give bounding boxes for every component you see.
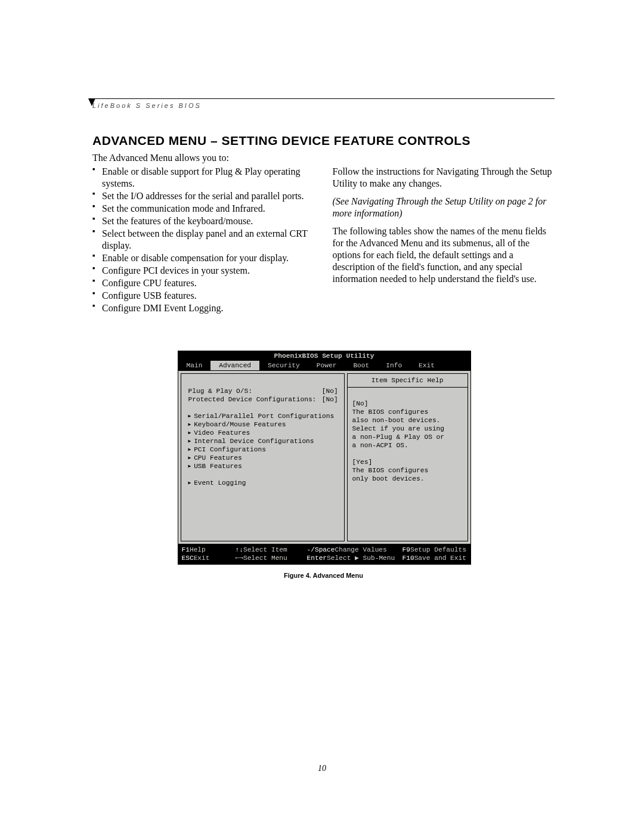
feature-bullet-list: Enable or disable support for Plug & Pla…: [92, 166, 315, 314]
bullet-item: Configure DMI Event Logging.: [101, 302, 315, 314]
bios-left-pane: Plug & Play O/S:[No]Protected Device Con…: [181, 373, 345, 541]
bios-help-line: [No]: [352, 400, 463, 408]
bullet-item: Select between the display panel and an …: [101, 228, 315, 252]
bios-help-line: The BIOS configures: [352, 466, 463, 475]
bios-footer-hint: F1 Help: [182, 546, 236, 554]
bios-help-line: Select if you are using: [352, 425, 463, 433]
bios-footer-row: F1 Help↑↓ Select Item-/Space Change Valu…: [182, 546, 467, 554]
bios-tab-main[interactable]: Main: [178, 361, 211, 370]
bios-footer-key: F1: [182, 546, 190, 554]
bios-footer-hint: Enter Select ▶ Sub-Menu: [307, 554, 402, 562]
bullet-item: Configure USB features.: [101, 290, 315, 302]
header-triangle-icon: [88, 98, 95, 106]
bios-field-value[interactable]: [No]: [322, 387, 338, 395]
bios-help-line: only boot devices.: [352, 475, 463, 483]
bios-tab-info[interactable]: Info: [377, 361, 410, 370]
bios-footer-hint: ESC Exit: [182, 554, 236, 562]
bios-tab-security[interactable]: Security: [259, 361, 308, 370]
bullet-item: Set the I/O addresses for the serial and…: [101, 190, 315, 202]
bios-help-body: [No]The BIOS configuresalso non-boot dev…: [348, 388, 467, 541]
content-columns: The Advanced Menu allows you to: Enable …: [92, 153, 555, 315]
bios-submenu-item[interactable]: Event Logging: [188, 479, 338, 487]
bios-footer-key: -/Space: [307, 546, 335, 554]
bios-tab-power[interactable]: Power: [308, 361, 345, 370]
bios-footer-key: ↑↓: [236, 546, 243, 554]
bios-field-label: Protected Device Configurations:: [188, 395, 322, 404]
bios-submenu-item[interactable]: Serial/Parallel Port Configurations: [188, 412, 338, 420]
bios-field-label: Plug & Play O/S:: [188, 387, 322, 395]
bios-footer-hint: ↑↓ Select Item: [236, 546, 307, 554]
figure-caption: Figure 4. Advanced Menu: [178, 572, 470, 579]
bios-figure: PhoenixBIOS Setup Utility MainAdvancedSe…: [178, 351, 470, 579]
header-rule: LifeBook S Series BIOS: [92, 98, 555, 116]
bullet-item: Set the communication mode and Infrared.: [101, 203, 315, 215]
bios-submenu-item[interactable]: PCI Configurations: [188, 445, 338, 454]
right-column: Follow the instructions for Navigating T…: [333, 166, 555, 315]
bios-submenu-item[interactable]: Internal Device Configurations: [188, 437, 338, 445]
bios-footer-action: Setup Defaults: [410, 546, 466, 554]
bios-footer-hint: F10 Save and Exit: [402, 554, 466, 562]
bios-window: PhoenixBIOS Setup Utility MainAdvancedSe…: [178, 351, 471, 565]
bios-footer-action: Change Values: [335, 546, 387, 554]
bios-footer-key: F10: [402, 554, 414, 562]
left-column: Enable or disable support for Plug & Pla…: [92, 166, 315, 315]
bios-footer-key: ←→: [236, 554, 243, 562]
bios-footer-hint: -/Space Change Values: [307, 546, 402, 554]
page-number: 10: [0, 764, 644, 773]
bios-footer-action: Select Item: [243, 546, 287, 554]
bios-footer-key: ESC: [182, 554, 194, 562]
bios-help-pane: Item Specific Help [No]The BIOS configur…: [347, 373, 468, 541]
bullet-item: Enable or disable support for Plug & Pla…: [101, 166, 315, 190]
bios-tab-bar: MainAdvancedSecurityPowerBootInfoExit: [178, 361, 470, 370]
bios-footer-hint: ←→ Select Menu: [236, 554, 307, 562]
bios-field[interactable]: Protected Device Configurations:[No]: [188, 395, 338, 404]
bios-submenu-item[interactable]: CPU Features: [188, 454, 338, 462]
paragraph-italic: (See Navigating Through the Setup Utilit…: [333, 196, 555, 219]
bullet-item: Configure PCI devices in your system.: [101, 265, 315, 277]
bios-footer-key: Enter: [307, 554, 327, 562]
bios-tab-boot[interactable]: Boot: [345, 361, 377, 370]
bullet-item: Configure CPU features.: [101, 277, 315, 289]
bios-footer-action: Help: [190, 546, 206, 554]
paragraph: The following tables show the names of t…: [333, 225, 555, 285]
bios-tab-advanced[interactable]: Advanced: [210, 361, 259, 370]
bios-submenu-item[interactable]: Video Features: [188, 429, 338, 437]
document-page: LifeBook S Series BIOS ADVANCED MENU – S…: [0, 0, 644, 833]
bios-footer-key: F9: [402, 546, 410, 554]
bios-submenu-item[interactable]: USB Features: [188, 462, 338, 470]
bios-help-line: also non-boot devices.: [352, 416, 463, 425]
bios-submenu-item[interactable]: Keyboard/Mouse Features: [188, 420, 338, 429]
bios-footer-action: Select Menu: [243, 554, 287, 562]
bios-body: Plug & Play O/S:[No]Protected Device Con…: [178, 370, 470, 544]
bullet-item: Set the features of the keyboard/mouse.: [101, 215, 315, 227]
intro-text: The Advanced Menu allows you to:: [92, 153, 555, 163]
bios-field-value[interactable]: [No]: [322, 395, 338, 404]
bios-help-line: a non-Plug & Play OS or: [352, 433, 463, 441]
paragraph: Follow the instructions for Navigating T…: [333, 166, 555, 190]
bios-window-title: PhoenixBIOS Setup Utility: [178, 351, 470, 361]
bios-help-line: a non-ACPI OS.: [352, 441, 463, 450]
bios-help-line: The BIOS configures: [352, 408, 463, 416]
bios-help-line: [Yes]: [352, 458, 463, 466]
bios-footer-action: Exit: [194, 554, 210, 562]
bios-help-title: Item Specific Help: [348, 374, 467, 388]
bios-help-line: [352, 450, 463, 458]
running-header: LifeBook S Series BIOS: [92, 102, 555, 109]
bios-footer: F1 Help↑↓ Select Item-/Space Change Valu…: [178, 544, 470, 564]
bullet-item: Enable or disable compensation for your …: [101, 252, 315, 264]
bios-tab-exit[interactable]: Exit: [410, 361, 443, 370]
bios-footer-action: Save and Exit: [414, 554, 466, 562]
bios-footer-row: ESC Exit←→ Select MenuEnter Select ▶ Sub…: [182, 554, 467, 562]
page-title: ADVANCED MENU – SETTING DEVICE FEATURE C…: [92, 134, 555, 148]
bios-footer-action: Select ▶ Sub-Menu: [327, 554, 395, 562]
bios-field[interactable]: Plug & Play O/S:[No]: [188, 387, 338, 395]
bios-footer-hint: F9 Setup Defaults: [402, 546, 466, 554]
